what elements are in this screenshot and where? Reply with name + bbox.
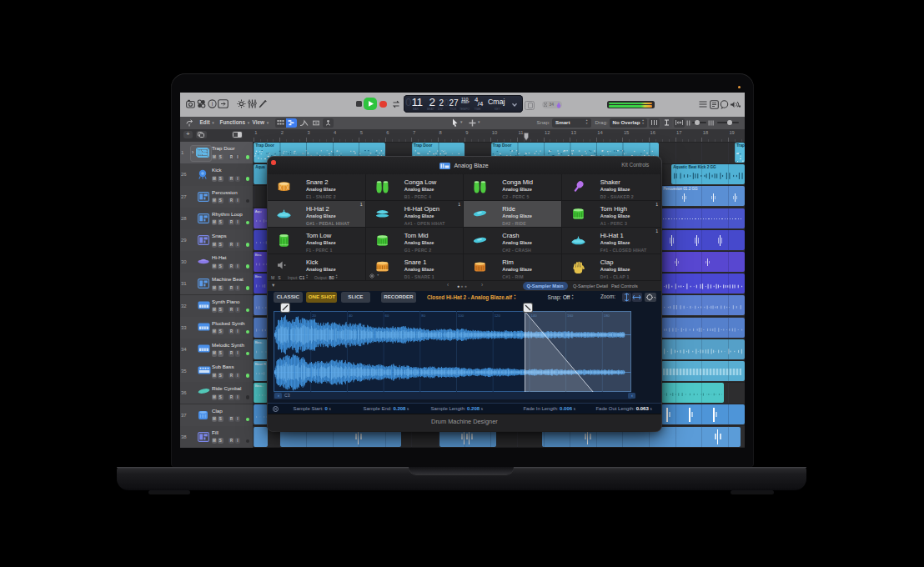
svg-text:120: 120	[495, 313, 501, 317]
svg-text:i: i	[211, 101, 213, 107]
svg-text:80: 80	[421, 313, 425, 317]
svg-text:40: 40	[349, 313, 353, 317]
svg-text:60: 60	[385, 313, 389, 317]
svg-text:20: 20	[312, 313, 316, 317]
svg-text:100: 100	[458, 313, 465, 317]
